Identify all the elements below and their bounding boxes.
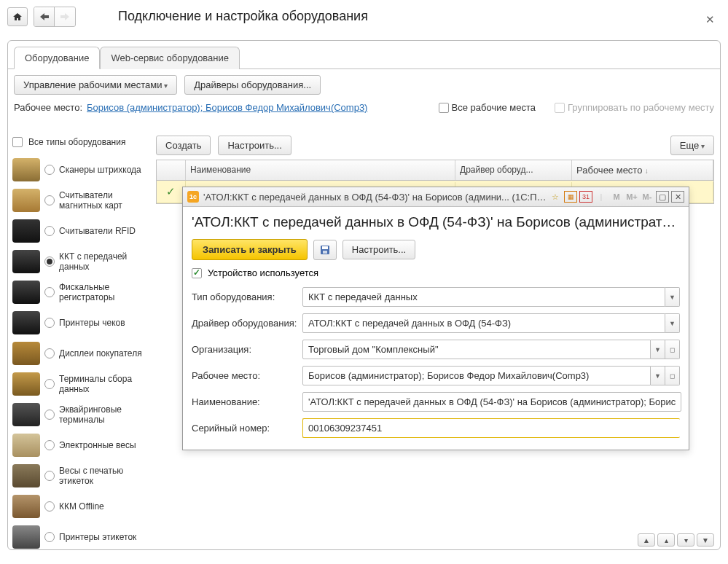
col-workplace[interactable]: Рабочее место ↓: [572, 160, 713, 180]
workplace-field[interactable]: Борисов (администратор); Борисов Федор М…: [302, 366, 680, 385]
sidebar-item-data-terminal[interactable]: Терминалы сбора данных: [12, 369, 146, 399]
type-field[interactable]: ККТ с передачей данных▼: [302, 287, 680, 307]
m-minus-icon[interactable]: M-: [641, 191, 654, 203]
save-close-button[interactable]: Записать и закрыть: [192, 239, 308, 260]
all-types-label: Все типы оборудования: [28, 137, 125, 147]
maximize-icon[interactable]: ▢: [656, 191, 669, 203]
dropdown-icon[interactable]: ▼: [665, 287, 680, 307]
svg-rect-1: [322, 246, 328, 249]
open-icon[interactable]: ◻: [665, 340, 680, 359]
all-workplaces-checkbox[interactable]: Все рабочие места: [439, 102, 536, 113]
driver-field[interactable]: АТОЛ:ККТ с передачей данных в ОФД (54-ФЗ…: [302, 313, 680, 333]
workplace-row: Рабочее место: Борисов (администратор); …: [8, 101, 720, 117]
tab-webservice[interactable]: Web-сервис оборудование: [100, 47, 240, 69]
sidebar-item-scales[interactable]: Электронные весы: [12, 430, 146, 461]
sidebar-item-barcode-scanner[interactable]: Сканеры штрихкода: [12, 154, 146, 185]
table-header: Наименование Драйвер оборуд... Рабочее м…: [157, 160, 713, 181]
all-workplaces-label: Все рабочие места: [452, 102, 536, 113]
page-title: Подключение и настройка оборудования: [118, 9, 368, 24]
device-used-label: Устройство используется: [208, 267, 318, 278]
save-icon-button[interactable]: [313, 240, 337, 260]
m-plus-icon[interactable]: M+: [625, 191, 638, 203]
modal-header: 'АТОЛ:ККТ с передачей данных в ОФД (54-Ф…: [192, 214, 680, 230]
col-driver[interactable]: Драйвер оборуд...: [455, 160, 572, 180]
nav-group: [34, 7, 76, 27]
forward-button: [55, 7, 75, 26]
svg-rect-2: [323, 251, 327, 254]
right-toolbar: Создать Настроить... Еще: [156, 136, 714, 160]
modal-close-icon[interactable]: ✕: [671, 191, 684, 203]
status-check-icon: ✓: [157, 181, 186, 203]
nav-buttons: ▲ ▴ ▾ ▼: [638, 533, 714, 547]
modal-titlebar: 1c 'АТОЛ:ККТ с передачей данных в ОФД (5…: [183, 187, 689, 207]
tab-equipment[interactable]: Оборудование: [14, 47, 100, 69]
toolbar-row: Управление рабочими местами Драйверы обо…: [8, 69, 720, 101]
favorite-icon[interactable]: ☆: [549, 191, 562, 203]
group-checkbox: Группировать по рабочему месту: [555, 102, 714, 113]
calendar-icon[interactable]: 31: [579, 191, 592, 203]
col-name[interactable]: Наименование: [186, 160, 455, 180]
dropdown-icon[interactable]: ▼: [665, 313, 680, 333]
nav-up[interactable]: ▴: [657, 533, 675, 547]
configure-button[interactable]: Настроить...: [218, 136, 291, 155]
sort-icon: ↓: [645, 167, 649, 175]
workplace-label: Рабочее место:: [14, 102, 82, 113]
workplace-link[interactable]: Борисов (администратор); Борисов Федор М…: [87, 102, 367, 113]
dropdown-icon[interactable]: ▼: [651, 340, 665, 359]
type-label: Тип оборудования:: [192, 291, 302, 302]
driver-label: Драйвер оборудования:: [192, 318, 302, 329]
more-button[interactable]: Еще: [670, 136, 714, 155]
modal-configure-button[interactable]: Настроить...: [343, 240, 415, 259]
nav-top[interactable]: ▲: [638, 533, 655, 547]
drivers-button[interactable]: Драйверы оборудования...: [184, 75, 321, 95]
close-icon[interactable]: ✕: [705, 13, 715, 26]
home-button[interactable]: [7, 7, 28, 26]
name-field[interactable]: 'АТОЛ:ККТ с передачей данных в ОФД (54-Ф…: [302, 392, 681, 412]
name-label2: Наименование:: [192, 396, 302, 407]
calc-icon[interactable]: ▦: [564, 191, 577, 203]
dropdown-icon[interactable]: ▼: [651, 366, 665, 385]
sidebar-item-rfid[interactable]: Считыватели RFID: [12, 216, 146, 246]
app-icon: 1c: [187, 191, 199, 203]
device-used-checkbox[interactable]: Устройство используется: [192, 267, 680, 278]
group-label: Группировать по рабочему месту: [568, 102, 714, 113]
org-label: Организация:: [192, 344, 302, 355]
modal-toolbar: Записать и закрыть Настроить...: [192, 239, 680, 260]
modal-body: 'АТОЛ:ККТ с передачей данных в ОФД (54-Ф…: [183, 207, 689, 450]
sidebar-item-display[interactable]: Дисплеи покупателя: [12, 338, 146, 369]
sidebar-item-receipt-printer[interactable]: Принтеры чеков: [12, 308, 146, 338]
tabs: Оборудование Web-сервис оборудование: [8, 41, 720, 69]
device-modal: 1c 'АТОЛ:ККТ с передачей данных в ОФД (5…: [182, 187, 689, 450]
sidebar: Все типы оборудования Сканеры штрихкода …: [8, 136, 150, 528]
sidebar-item-kkm-offline[interactable]: ККМ Offline: [12, 491, 146, 522]
open-icon[interactable]: ◻: [665, 366, 680, 385]
sidebar-item-label-scales[interactable]: Весы с печатью этикеток: [12, 461, 146, 491]
m-icon[interactable]: M: [610, 191, 623, 203]
create-button[interactable]: Создать: [156, 136, 211, 155]
divider-icon: |: [595, 191, 608, 203]
modal-title: 'АТОЛ:ККТ с передачей данных в ОФД (54-Ф…: [203, 192, 549, 203]
org-field[interactable]: Торговый дом "Комплексный"▼◻: [302, 340, 680, 359]
sidebar-item-fiscal[interactable]: Фискальные регистраторы: [12, 277, 146, 308]
back-button[interactable]: [34, 7, 55, 26]
nav-down[interactable]: ▾: [677, 533, 694, 547]
nav-bottom[interactable]: ▼: [697, 533, 714, 547]
serial-label: Серийный номер:: [192, 423, 302, 434]
serial-field[interactable]: 00106309237451: [302, 418, 680, 438]
all-types-checkbox[interactable]: Все типы оборудования: [12, 136, 146, 154]
sidebar-item-card-reader[interactable]: Считыватели магнитных карт: [12, 185, 146, 216]
col-status[interactable]: [157, 160, 186, 180]
sidebar-item-acquiring[interactable]: Эквайринговые терминалы: [12, 399, 146, 430]
sidebar-item-label-printer[interactable]: Принтеры этикеток: [12, 522, 146, 552]
sidebar-item-kkt[interactable]: ККТ с передачей данных: [12, 246, 146, 277]
top-toolbar: Подключение и настройка оборудования: [0, 0, 728, 33]
workplaces-button[interactable]: Управление рабочими местами: [14, 75, 177, 95]
workplace-label2: Рабочее место:: [192, 370, 302, 381]
